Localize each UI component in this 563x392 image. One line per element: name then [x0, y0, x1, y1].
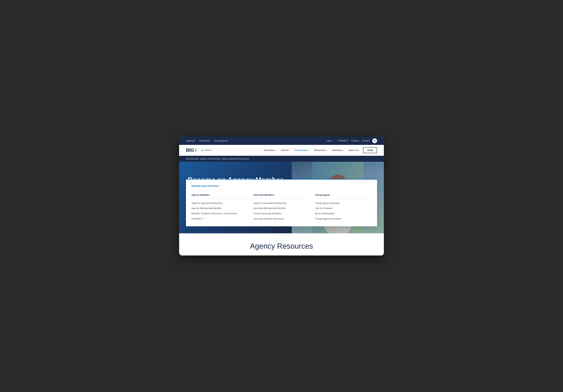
- utility-link-young-agents[interactable]: Young Agents: [214, 139, 228, 142]
- join-button[interactable]: JOIN: [363, 147, 377, 153]
- dropdown-link-apply-associate[interactable]: Apply for Associate Membership ↗: [253, 201, 310, 206]
- external-link-icon: ↗: [287, 202, 288, 204]
- utility-bar-left: Agencies Associates Young Agents: [186, 139, 228, 142]
- nav-education[interactable]: Education ▾: [262, 148, 278, 153]
- dropdown-link-benefits-products[interactable]: Benefits, Products, Resources, and Servi…: [192, 211, 248, 216]
- utility-link-login[interactable]: Login: [326, 139, 332, 142]
- dropdown-link-young-agents-committee[interactable]: Young Agents Committee: [315, 216, 371, 221]
- breadcrumb-bar: Membership / Agency Membership / Agency …: [179, 156, 384, 162]
- dropdown-link-young-agents-overview[interactable]: Young Agents Overview: [315, 201, 371, 206]
- dot: [182, 165, 183, 166]
- dropdown-menu: Membership Overview → Agency Members App…: [186, 179, 377, 227]
- dot: [206, 172, 207, 172]
- dropdown-link-agency-benefits[interactable]: Agency Membership Benefits: [192, 206, 248, 211]
- link-label: Join the Network: [315, 207, 332, 210]
- dropdown-link-associate-resources[interactable]: Associate Member Resources: [253, 216, 310, 221]
- nav-membership[interactable]: Membership ▴: [293, 148, 311, 153]
- link-label: Young Agents Committee: [315, 217, 341, 220]
- external-link-icon: ↗: [204, 218, 205, 220]
- link-label: Associate Member Resources: [253, 217, 284, 220]
- nav-about-us[interactable]: About Us ▾: [347, 148, 362, 153]
- dot: [186, 172, 186, 172]
- utility-link-contact[interactable]: Contact: [362, 139, 370, 142]
- dot: [193, 172, 193, 172]
- link-label: Associate Membership Benefits: [253, 207, 286, 210]
- search-button[interactable]: [372, 138, 377, 143]
- dot: [206, 165, 207, 166]
- dropdown-columns: Agency Members Apply for Agency Membersh…: [192, 194, 371, 222]
- svg-line-1: [375, 141, 376, 142]
- link-label: Agency Membership Benefits: [192, 207, 221, 210]
- utility-bar-right: Login | CONNECT Careers Contact: [326, 138, 377, 143]
- breadcrumb: Membership / Agency Membership / Agency …: [186, 158, 377, 160]
- dot: [196, 165, 197, 166]
- dropdown-col-agency: Agency Members Apply for Agency Membersh…: [192, 194, 248, 222]
- dot: [189, 165, 190, 166]
- dot: [206, 169, 207, 169]
- dot: [189, 169, 190, 169]
- dropdown-container: Membership / Agency Membership / Agency …: [179, 156, 384, 233]
- dropdown-col-associate-title: Associate Members: [253, 194, 310, 198]
- dot: [193, 165, 193, 166]
- nav-resources-label: Resources: [314, 149, 326, 151]
- nav-links: Education ▾ Events ▾ Membership ▴ Resour…: [262, 147, 377, 153]
- utility-link-connect[interactable]: CONNECT: [338, 139, 348, 142]
- chevron-down-icon: ▾: [326, 149, 327, 151]
- dropdown-link-join-network[interactable]: Join the Network: [315, 206, 371, 211]
- dot: [182, 175, 183, 176]
- nav-resources[interactable]: Resources ▾: [312, 148, 329, 153]
- dropdown-link-ambassador[interactable]: Be an Ambassador: [315, 211, 371, 216]
- dot: [196, 169, 197, 169]
- nav-about-us-label: About Us: [348, 149, 358, 151]
- utility-link-agencies[interactable]: Agencies: [186, 139, 195, 142]
- membership-overview-link[interactable]: Membership Overview →: [192, 184, 371, 187]
- utility-link-associates[interactable]: Associates: [199, 139, 210, 142]
- logo-i-letter: I: [195, 147, 196, 153]
- link-label: Apply for Agency Membership: [192, 202, 222, 205]
- dot: [189, 172, 190, 172]
- resources-title: Agency Resources: [186, 242, 377, 250]
- logo-divider: [199, 148, 199, 153]
- nav-membership-label: Membership: [295, 149, 308, 151]
- nav-education-label: Education: [264, 149, 275, 151]
- dot: [186, 165, 186, 166]
- dot: [186, 169, 186, 169]
- link-label: Benefits, Products, Resources, and Servi…: [192, 212, 237, 215]
- dropdown-overlay: Membership Overview → Agency Members App…: [179, 179, 384, 227]
- dropdown-overview: Membership Overview →: [192, 184, 371, 190]
- svg-point-0: [374, 140, 375, 141]
- dot: [203, 172, 204, 172]
- nav-advocacy-label: Advocacy: [332, 149, 342, 151]
- dot: [196, 172, 197, 172]
- nav-events[interactable]: Events ▾: [280, 148, 292, 153]
- link-label: Be an Ambassador: [315, 212, 334, 215]
- resources-section: Agency Resources: [179, 233, 384, 256]
- chevron-down-icon: ▾: [359, 149, 360, 151]
- chevron-up-icon: ▴: [308, 149, 309, 151]
- chevron-down-icon: ▾: [289, 149, 290, 151]
- browser-frame: Agencies Associates Young Agents Login |…: [179, 137, 384, 256]
- dropdown-link-connect[interactable]: CONNECT ↗: [192, 216, 248, 221]
- link-label: Young Agents Overview: [315, 202, 340, 205]
- dot: [203, 165, 204, 166]
- dot: [193, 169, 193, 169]
- nav-events-label: Events: [281, 149, 289, 151]
- dropdown-link-current-associate[interactable]: Current Associate Members: [253, 211, 310, 216]
- dropdown-link-associate-benefits[interactable]: Associate Membership Benefits: [253, 206, 310, 211]
- dot: [182, 169, 183, 169]
- utility-link-careers[interactable]: Careers: [351, 139, 359, 142]
- dropdown-col-young-agents-title: Young Agents: [315, 194, 371, 198]
- dropdown-col-young-agents: Young Agents Young Agents Overview Join …: [315, 194, 371, 222]
- main-nav: BIG I ILLINOIS Education ▾ Events ▾ Memb…: [179, 145, 384, 156]
- logo-illinois: ILLINOIS: [201, 149, 212, 151]
- dot: [203, 169, 204, 169]
- link-label: Apply for Associate Membership: [253, 202, 286, 205]
- chevron-down-icon: ▾: [276, 149, 276, 151]
- dropdown-link-apply-agency[interactable]: Apply for Agency Membership ↗: [192, 201, 248, 206]
- dot: [200, 165, 200, 166]
- external-link-icon: ↗: [223, 202, 224, 204]
- utility-divider: |: [334, 139, 335, 142]
- logo[interactable]: BIG I ILLINOIS: [186, 147, 212, 153]
- nav-advocacy[interactable]: Advocacy ▾: [330, 148, 345, 153]
- dot: [200, 169, 200, 169]
